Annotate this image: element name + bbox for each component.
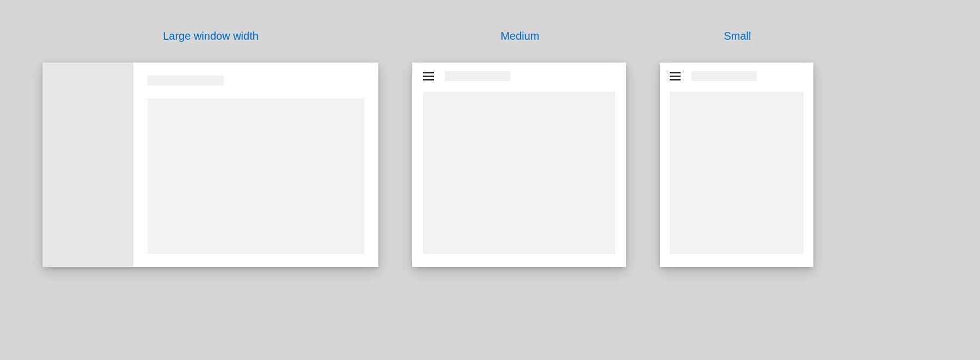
title-placeholder <box>148 76 224 85</box>
small-window-wireframe <box>660 63 813 267</box>
large-window-wireframe <box>42 63 378 267</box>
title-placeholder <box>691 71 757 81</box>
hamburger-icon[interactable] <box>670 72 681 80</box>
medium-window-wireframe <box>412 63 626 267</box>
medium-header <box>423 71 615 81</box>
sidebar-placeholder <box>42 63 133 267</box>
label-medium: Medium <box>498 30 542 42</box>
title-placeholder <box>445 71 510 81</box>
label-small: Small <box>722 30 752 42</box>
hamburger-icon[interactable] <box>423 72 434 80</box>
label-large: Large window width <box>159 30 262 42</box>
content-placeholder <box>670 92 804 254</box>
content-placeholder <box>423 92 615 254</box>
content-placeholder <box>148 98 364 254</box>
large-main-area <box>133 63 378 267</box>
small-header <box>670 71 804 81</box>
